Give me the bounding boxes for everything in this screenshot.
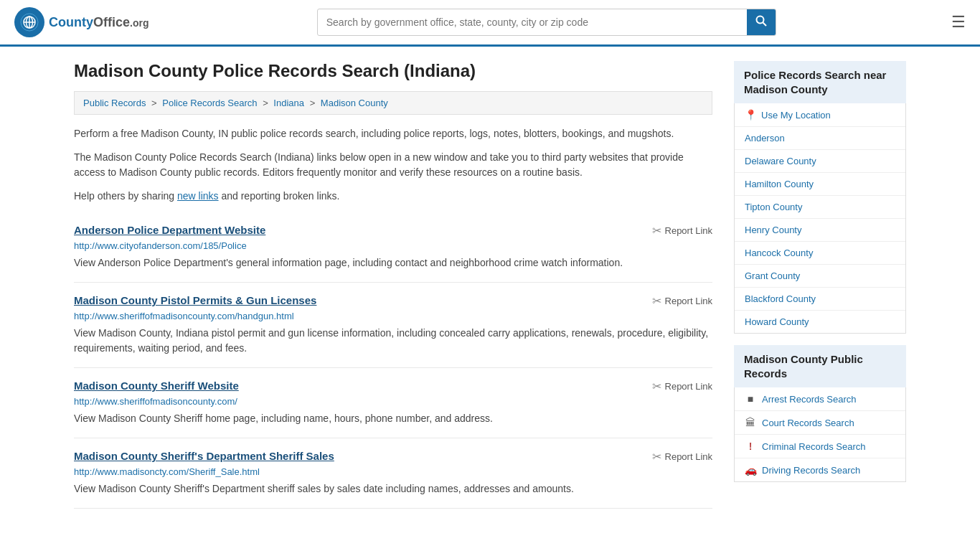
nearby-link-1[interactable]: Delaware County [735, 150, 905, 173]
use-location-link[interactable]: Use My Location [761, 110, 831, 121]
pr-link-2[interactable]: ! Criminal Records Search [735, 435, 905, 458]
sidebar: Police Records Search near Madison Count… [734, 61, 906, 509]
result-item-1: Madison County Pistol Permits & Gun Lice… [74, 283, 712, 368]
pr-link-0[interactable]: ■ Arrest Records Search [735, 387, 905, 411]
nearby-link-2[interactable]: Hamilton County [735, 173, 905, 196]
use-location-item[interactable]: 📍 Use My Location [735, 103, 905, 127]
logo-text: CountyOffice.org [49, 15, 149, 30]
report-link-1[interactable]: ✂ Report Link [652, 294, 712, 308]
logo[interactable]: CountyOffice.org [14, 7, 149, 37]
report-icon-2: ✂ [652, 380, 661, 393]
nearby-link-5[interactable]: Hancock County [735, 242, 905, 265]
breadcrumb-madison-county[interactable]: Madison County [321, 98, 388, 108]
criminal-icon: ! [745, 441, 756, 452]
logo-icon [14, 7, 44, 37]
result-url-3: http://www.madisoncty.com/Sheriff_Sale.h… [74, 466, 712, 477]
result-url-0: http://www.cityofanderson.com/185/Police [74, 240, 712, 251]
breadcrumb-indiana[interactable]: Indiana [273, 98, 304, 108]
breadcrumb-police-records[interactable]: Police Records Search [162, 98, 257, 108]
public-records-section-header: Madison County Public Records [734, 345, 906, 387]
new-links-link[interactable]: new links [177, 190, 219, 202]
pr-link-1[interactable]: 🏛 Court Records Search [735, 411, 905, 435]
nearby-links-list: 📍 Use My Location Anderson Delaware Coun… [734, 103, 906, 334]
nearby-section-header: Police Records Search near Madison Count… [734, 61, 906, 103]
search-button[interactable] [747, 9, 776, 35]
report-link-2[interactable]: ✂ Report Link [652, 380, 712, 393]
nearby-link-0[interactable]: Anderson [735, 127, 905, 150]
arrest-icon: ■ [745, 393, 756, 405]
description-2: The Madison County Police Records Search… [74, 150, 712, 180]
search-input[interactable] [318, 11, 747, 34]
svg-line-6 [763, 23, 766, 27]
result-item-2: Madison County Sheriff Website ✂ Report … [74, 368, 712, 438]
result-url-1: http://www.sheriffofmadisoncounty.com/ha… [74, 311, 712, 321]
description-3: Help others by sharing new links and rep… [74, 189, 712, 204]
breadcrumb-public-records[interactable]: Public Records [83, 98, 146, 108]
nearby-link-7[interactable]: Blackford County [735, 288, 905, 311]
public-records-links-list: ■ Arrest Records Search 🏛 Court Records … [734, 387, 906, 482]
court-icon: 🏛 [745, 417, 756, 428]
driving-icon: 🚗 [745, 464, 756, 476]
pr-link-3[interactable]: 🚗 Driving Records Search [735, 458, 905, 481]
result-link-0[interactable]: Anderson Police Department Website [74, 224, 265, 236]
search-bar [317, 9, 776, 36]
result-desc-1: View Madison County, Indiana pistol perm… [74, 326, 712, 356]
result-item-0: Anderson Police Department Website ✂ Rep… [74, 212, 712, 283]
nearby-link-8[interactable]: Howard County [735, 311, 905, 333]
result-item-3: Madison County Sheriff's Department Sher… [74, 438, 712, 509]
result-desc-0: View Anderson Police Department's genera… [74, 255, 712, 270]
result-link-1[interactable]: Madison County Pistol Permits & Gun Lice… [74, 294, 316, 306]
public-records-section-title: Madison County Public Records [744, 352, 896, 380]
breadcrumb: Public Records > Police Records Search >… [74, 91, 712, 115]
result-url-2: http://www.sheriffofmadisoncounty.com/ [74, 396, 712, 407]
nearby-link-6[interactable]: Grant County [735, 265, 905, 288]
report-icon-0: ✂ [652, 224, 661, 237]
nearby-section-title: Police Records Search near Madison Count… [744, 68, 896, 96]
report-icon-1: ✂ [652, 294, 661, 308]
report-link-3[interactable]: ✂ Report Link [652, 450, 712, 463]
result-desc-3: View Madison County Sheriff's Department… [74, 481, 712, 496]
menu-icon[interactable]: ☰ [951, 13, 966, 32]
report-link-0[interactable]: ✂ Report Link [652, 224, 712, 237]
svg-point-5 [756, 17, 763, 24]
result-link-2[interactable]: Madison County Sheriff Website [74, 380, 239, 392]
results-list: Anderson Police Department Website ✂ Rep… [74, 212, 712, 509]
result-desc-2: View Madison County Sheriff home page, i… [74, 411, 712, 426]
location-pin-icon: 📍 [745, 109, 757, 121]
description-1: Perform a free Madison County, IN public… [74, 126, 712, 141]
report-icon-3: ✂ [652, 450, 661, 463]
nearby-link-4[interactable]: Henry County [735, 219, 905, 242]
result-link-3[interactable]: Madison County Sheriff's Department Sher… [74, 450, 334, 462]
page-title: Madison County Police Records Search (In… [74, 61, 712, 81]
nearby-link-3[interactable]: Tipton County [735, 196, 905, 219]
